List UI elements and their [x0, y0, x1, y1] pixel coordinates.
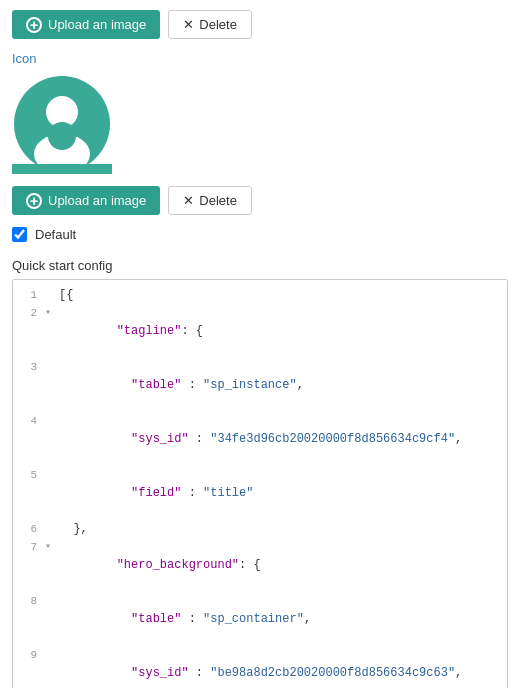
default-checkbox[interactable]: [12, 227, 27, 242]
code-line-9: 9 "sys_id" : "be98a8d2cb20020000f8d85663…: [17, 646, 503, 688]
delete-btn-label-bottom: Delete: [199, 193, 237, 208]
top-btn-row: + Upload an image ✕ Delete: [12, 10, 508, 39]
code-line-8: 8 "table" : "sp_container",: [17, 592, 503, 646]
quick-start-editor[interactable]: 1 [{ 2 ▾ "tagline": { 3 "table" : "sp_in…: [12, 279, 508, 688]
code-line-4: 4 "sys_id" : "34fe3d96cb20020000f8d85663…: [17, 412, 503, 466]
quick-start-title: Quick start config: [12, 258, 508, 273]
delete-btn-label-top: Delete: [199, 17, 237, 32]
upload-button-bottom[interactable]: + Upload an image: [12, 186, 160, 215]
code-line-3: 3 "table" : "sp_instance",: [17, 358, 503, 412]
svg-point-4: [48, 122, 76, 150]
delete-x-icon-top: ✕: [183, 17, 194, 32]
code-line-2: 2 ▾ "tagline": {: [17, 304, 503, 358]
upload-btn-label-bottom: Upload an image: [48, 193, 146, 208]
code-line-6: 6 },: [17, 520, 503, 538]
code-line-7: 7 ▾ "hero_background": {: [17, 538, 503, 592]
upload-btn-label-top: Upload an image: [48, 17, 146, 32]
upload-button-top[interactable]: + Upload an image: [12, 10, 160, 39]
icon-preview: [12, 74, 112, 174]
icon-section-label: Icon: [12, 51, 508, 66]
delete-x-icon-bottom: ✕: [183, 193, 194, 208]
bottom-btn-row: + Upload an image ✕ Delete: [12, 186, 508, 215]
delete-button-top[interactable]: ✕ Delete: [168, 10, 252, 39]
icon-svg-image: [12, 74, 112, 174]
code-line-5: 5 "field" : "title": [17, 466, 503, 520]
plus-circle-icon: +: [26, 17, 42, 33]
code-line-1: 1 [{: [17, 286, 503, 304]
default-checkbox-row: Default: [12, 227, 508, 242]
delete-button-bottom[interactable]: ✕ Delete: [168, 186, 252, 215]
plus-circle-icon-bottom: +: [26, 193, 42, 209]
svg-rect-3: [12, 164, 112, 174]
default-checkbox-label: Default: [35, 227, 76, 242]
